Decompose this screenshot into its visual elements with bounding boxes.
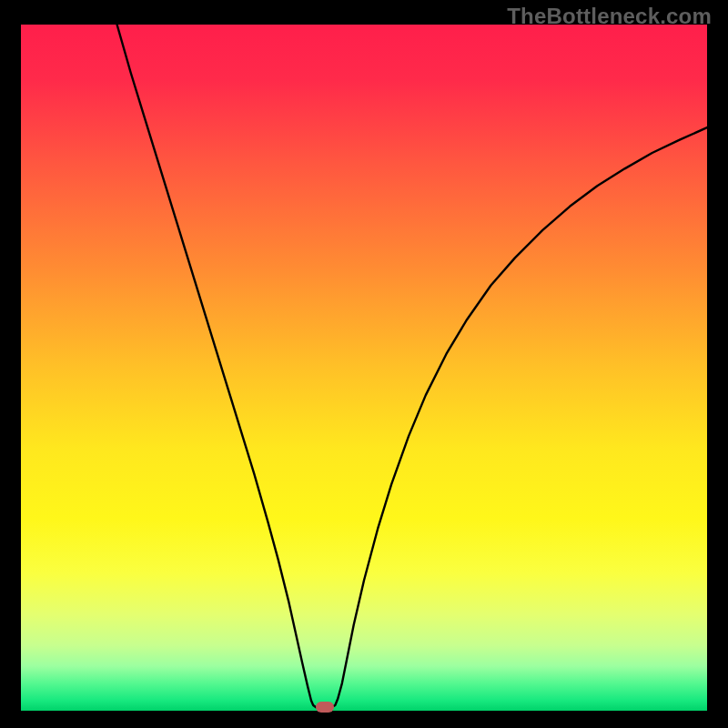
plot-area xyxy=(21,25,707,711)
chart-frame: TheBottleneck.com xyxy=(0,0,728,728)
gradient-background xyxy=(21,25,707,711)
optimal-point-marker xyxy=(316,702,334,713)
watermark-text: TheBottleneck.com xyxy=(507,4,712,29)
bottleneck-curve-svg xyxy=(21,25,707,711)
